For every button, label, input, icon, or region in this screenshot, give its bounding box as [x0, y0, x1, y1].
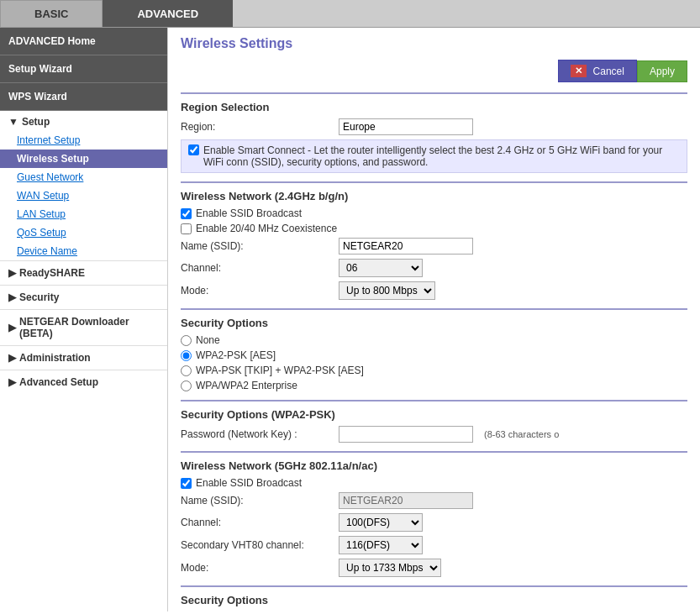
password-row: Password (Network Key) : (8-63 character…: [181, 426, 687, 443]
region-label: Region:: [181, 121, 332, 133]
enable-ssid-5g-row: Enable SSID Broadcast: [181, 477, 687, 489]
sidebar-link-lan-setup[interactable]: LAN Setup: [0, 205, 167, 223]
page-title: Wireless Settings: [181, 36, 687, 51]
enable-2040-label: Enable 20/40 MHz Coexistence: [196, 223, 337, 234]
ssid-5g-label: Name (SSID):: [181, 495, 332, 506]
sidebar-section-security[interactable]: ▶ Security: [0, 285, 167, 309]
secondary-vht80-row: Secondary VHT80 channel: 116(DFS) 120(DF…: [181, 536, 687, 554]
secondary-vht80-select[interactable]: 116(DFS) 120(DFS): [339, 536, 423, 554]
security-wpa2-radio[interactable]: [181, 350, 192, 361]
sidebar-link-wireless-setup[interactable]: Wireless Setup: [0, 150, 167, 168]
enable-ssid-5g-checkbox[interactable]: [181, 478, 192, 489]
wireless-24-title: Wireless Network (2.4GHz b/g/n): [181, 190, 687, 202]
mode-5g-label: Mode:: [181, 562, 332, 574]
channel-24-row: Channel: 06 Auto: [181, 259, 687, 277]
region-row: Region:: [181, 118, 687, 135]
wpa2-section-title: Security Options (WPA2-PSK): [181, 408, 687, 421]
ssid-24-label: Name (SSID):: [181, 240, 332, 252]
secondary-vht80-label: Secondary VHT80 channel:: [181, 539, 332, 551]
password-input[interactable]: [339, 426, 473, 443]
enable-2040-checkbox[interactable]: [181, 223, 192, 234]
wireless-5g-divider: [181, 451, 687, 453]
region-section-title: Region Selection: [181, 101, 687, 113]
apply-button[interactable]: Apply: [637, 60, 687, 82]
channel-24-select[interactable]: 06 Auto: [339, 259, 423, 277]
security-wpa2-row: WPA2-PSK [AES]: [181, 349, 687, 361]
cancel-button[interactable]: ✕ Cancel: [558, 60, 637, 82]
main-content: Wireless Settings ✕ Cancel Apply Region …: [168, 28, 700, 611]
mode-5g-select[interactable]: Up to 1733 Mbps Up to 1300 Mbps: [339, 559, 441, 577]
arrow-right-icon-admin: ▶: [8, 352, 16, 364]
password-hint: (8-63 characters o: [484, 429, 559, 439]
wpa2-divider: [181, 400, 687, 401]
wireless-24-divider: [181, 181, 687, 183]
enable-2040-row: Enable 20/40 MHz Coexistence: [181, 223, 687, 234]
tab-advanced[interactable]: ADVANCED: [103, 0, 233, 27]
layout: ADVANCED Home Setup Wizard WPS Wizard ▼ …: [0, 28, 700, 611]
smart-connect-bar: Enable Smart Connect - Let the router in…: [181, 139, 687, 173]
sidebar-link-wan-setup[interactable]: WAN Setup: [0, 186, 167, 205]
security-title: Security Options: [181, 317, 687, 329]
x-icon: ✕: [571, 65, 587, 77]
smart-connect-text: Enable Smart Connect - Let the router in…: [203, 144, 680, 168]
smart-connect-checkbox[interactable]: [188, 144, 199, 155]
ssid-24-row: Name (SSID):: [181, 238, 687, 255]
security-enterprise-radio[interactable]: [181, 380, 192, 391]
wireless-5g-title: Wireless Network (5GHz 802.11a/n/ac): [181, 459, 687, 472]
security-enterprise-row: WPA/WPA2 Enterprise: [181, 380, 687, 391]
sidebar-links-setup: Internet Setup Wireless Setup Guest Netw…: [0, 131, 167, 260]
enable-ssid-24-row: Enable SSID Broadcast: [181, 207, 687, 219]
arrow-right-icon-advanced: ▶: [8, 376, 16, 388]
sidebar-section-administration[interactable]: ▶ Administration: [0, 345, 167, 370]
arrow-right-icon-security: ▶: [8, 291, 16, 303]
action-bar: ✕ Cancel Apply: [181, 60, 687, 82]
tab-basic[interactable]: BASIC: [0, 0, 103, 27]
enable-ssid-24-checkbox[interactable]: [181, 208, 192, 219]
arrow-down-icon: ▼: [8, 116, 18, 128]
ssid-24-input[interactable]: [339, 238, 473, 255]
sidebar: ADVANCED Home Setup Wizard WPS Wizard ▼ …: [0, 28, 168, 611]
security-wpa-tkip-radio[interactable]: [181, 365, 192, 376]
sidebar-item-wps-wizard[interactable]: WPS Wizard: [0, 83, 167, 111]
sidebar-section-netgear-downloader[interactable]: ▶ NETGEAR Downloader (BETA): [0, 309, 167, 345]
mode-24-row: Mode: Up to 800 Mbps Up to 450 Mbps: [181, 281, 687, 300]
region-divider: [181, 92, 687, 94]
enable-ssid-5g-label: Enable SSID Broadcast: [196, 477, 302, 489]
sidebar-section-readyshare[interactable]: ▶ ReadySHARE: [0, 260, 167, 285]
mode-5g-row: Mode: Up to 1733 Mbps Up to 1300 Mbps: [181, 559, 687, 577]
security-enterprise-label: WPA/WPA2 Enterprise: [196, 380, 297, 391]
top-tabs: BASIC ADVANCED: [0, 0, 700, 28]
sidebar-link-guest-network[interactable]: Guest Network: [0, 168, 167, 186]
security-wpa2-label: WPA2-PSK [AES]: [196, 349, 276, 361]
security-wpa-tkip-label: WPA-PSK [TKIP] + WPA2-PSK [AES]: [196, 365, 364, 376]
security-5g-divider: [181, 585, 687, 587]
security-divider: [181, 308, 687, 310]
channel-5g-select[interactable]: 100(DFS) Auto: [339, 513, 423, 532]
ssid-5g-row: Name (SSID):: [181, 492, 687, 509]
security-5g-title: Security Options: [181, 594, 687, 606]
sidebar-link-qos-setup[interactable]: QoS Setup: [0, 223, 167, 242]
channel-5g-label: Channel:: [181, 517, 332, 528]
security-wpa-tkip-row: WPA-PSK [TKIP] + WPA2-PSK [AES]: [181, 365, 687, 376]
region-input[interactable]: [339, 118, 473, 135]
security-none-label: None: [196, 334, 220, 346]
sidebar-section-advanced-setup[interactable]: ▶ Advanced Setup: [0, 370, 167, 394]
sidebar-item-advanced-home[interactable]: ADVANCED Home: [0, 28, 167, 55]
arrow-right-icon: ▶: [8, 267, 16, 279]
mode-24-select[interactable]: Up to 800 Mbps Up to 450 Mbps: [339, 281, 435, 300]
channel-5g-row: Channel: 100(DFS) Auto: [181, 513, 687, 532]
sidebar-link-device-name[interactable]: Device Name: [0, 242, 167, 260]
enable-ssid-24-label: Enable SSID Broadcast: [196, 207, 302, 219]
sidebar-section-setup[interactable]: ▼ Setup: [0, 111, 167, 131]
password-label: Password (Network Key) :: [181, 428, 332, 440]
arrow-right-icon-netgear: ▶: [8, 322, 16, 333]
channel-24-label: Channel:: [181, 262, 332, 274]
sidebar-link-internet-setup[interactable]: Internet Setup: [0, 131, 167, 150]
sidebar-item-setup-wizard[interactable]: Setup Wizard: [0, 55, 167, 83]
mode-24-label: Mode:: [181, 285, 332, 297]
security-none-radio[interactable]: [181, 335, 192, 346]
ssid-5g-input[interactable]: [339, 492, 473, 509]
security-none-row: None: [181, 334, 687, 346]
